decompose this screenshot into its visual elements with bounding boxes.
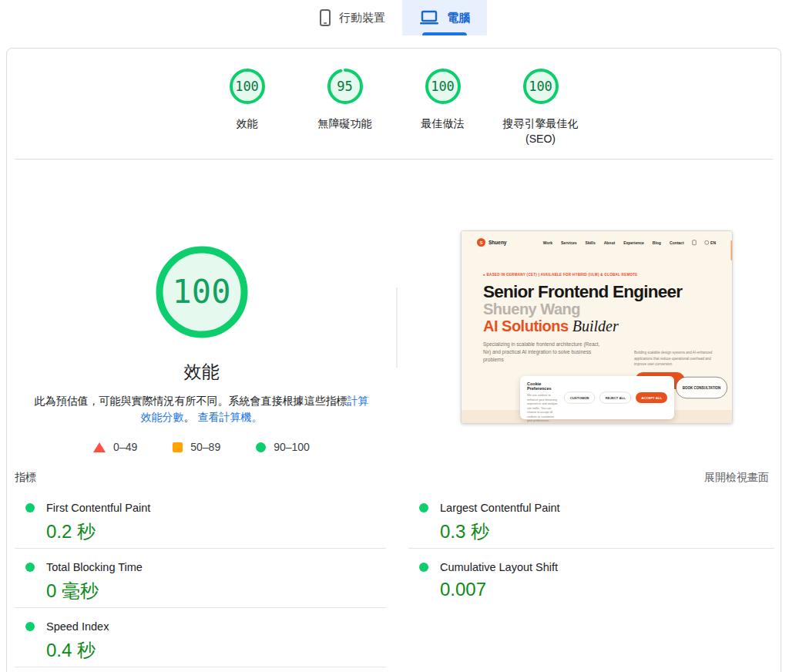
thumb-navbar: S Shueny Work Services Skills About Expe…: [477, 238, 716, 247]
thumb-brand: Shueny: [489, 240, 506, 246]
legend-pass: 90–100: [256, 441, 310, 453]
tab-mobile-label: 行動裝置: [339, 11, 385, 25]
metric-name: Speed Index: [46, 620, 109, 633]
tab-mobile[interactable]: 行動裝置: [302, 0, 402, 35]
gauge-ring: 100: [228, 67, 267, 106]
tab-desktop-label: 電腦: [447, 11, 470, 25]
performance-big-gauge: 100: [153, 244, 250, 341]
pass-dot-icon: [25, 622, 35, 631]
thumb-scrollbar: [731, 240, 734, 260]
thumb-headline: Senior Frontend Engineer Shueny Wang AI …: [483, 282, 682, 334]
metric-row-fcp: First Contentful Paint 0.2 秒: [15, 489, 386, 549]
performance-title: 效能: [7, 360, 396, 384]
category-label: 最佳做法: [421, 116, 465, 131]
category-label: 搜尋引擎最佳化 (SEO): [503, 116, 579, 146]
site-screenshot-thumbnail: S Shueny Work Services Skills About Expe…: [461, 230, 733, 424]
thumb-nav-links: Work Services Skills About Experience Bl…: [543, 240, 716, 245]
gauge-seo[interactable]: 100 搜尋引擎最佳化 (SEO): [492, 67, 589, 146]
category-label: 無障礙功能: [318, 116, 372, 131]
thumb-availability: ● BASED IN GERMANY (CET) | AVAILABLE FOR…: [483, 273, 638, 277]
metric-row-lcp: Largest Contentful Paint 0.3 秒: [408, 489, 774, 549]
metric-row-tbt: Total Blocking Time 0 毫秒: [15, 549, 386, 608]
thumb-logo: S: [477, 238, 485, 247]
laptop-icon: [419, 9, 439, 26]
pass-dot-icon: [25, 563, 35, 572]
pass-dot-icon: [419, 503, 428, 512]
score-value: 100: [424, 67, 462, 106]
performance-summary: 100 效能 此為預估值，可能與實際情況有所不同。系統會直接根據這些指標計算效能…: [7, 159, 396, 453]
pagespeed-report: 行動裝置 電腦 100: [0, 0, 789, 672]
legend-fail: 0–49: [93, 441, 137, 453]
thumb-globe-icon: [705, 240, 710, 245]
thumb-book-consultation: BOOK CONSULTATION: [676, 377, 727, 398]
thumb-cookie-dialog: Cookie Preferences We use cookies to enh…: [520, 376, 674, 419]
metric-value: 0.007: [440, 579, 774, 600]
metric-name: First Contentful Paint: [46, 502, 150, 514]
metric-value: 0.2 秒: [46, 519, 386, 544]
thumb-doc-icon: [693, 240, 697, 245]
device-tabbar: 行動裝置 電腦: [0, 0, 789, 35]
cookie-title: Cookie Preferences: [527, 381, 559, 391]
gauge-accessibility[interactable]: 95 無障礙功能: [296, 67, 394, 146]
metric-row-speed-index: Speed Index 0.4 秒: [15, 608, 386, 667]
thumb-intro-right: Building scalable design systems and AI-…: [634, 350, 717, 368]
metric-name: Largest Contentful Paint: [440, 502, 560, 514]
site-screenshot-content: S Shueny Work Services Skills About Expe…: [462, 231, 733, 424]
metric-row-cls: Cumulative Layout Shift 0.007: [408, 549, 774, 608]
metric-value: 0.4 秒: [46, 638, 386, 663]
view-calculator-link[interactable]: 查看計算機。: [197, 411, 262, 423]
score-value: 100: [522, 67, 560, 106]
gauge-ring: 95: [326, 67, 364, 106]
legend-range: 90–100: [274, 441, 310, 453]
thumb-lang: EN: [705, 240, 716, 245]
score-legend: 0–49 50–89 90–100: [7, 441, 396, 453]
cookie-reject-button: REJECT ALL: [599, 392, 631, 404]
score-value: 100: [228, 67, 267, 106]
metrics-column-right: Largest Contentful Paint 0.3 秒 Cumulativ…: [408, 489, 774, 608]
metrics-column-left: First Contentful Paint 0.2 秒 Total Block…: [15, 489, 386, 667]
gauge-ring: 100: [522, 67, 560, 106]
score-value: 95: [326, 67, 364, 106]
category-gauges: 100 效能 95 無障礙功能: [7, 67, 781, 146]
metric-name: Cumulative Layout Shift: [440, 561, 558, 573]
report-card: 100 效能 95 無障礙功能: [6, 48, 781, 672]
thumb-intro-left: Specializing in scalable frontend archit…: [483, 341, 601, 364]
cookie-accept-button: ACCEPT ALL: [636, 392, 667, 403]
phone-icon: [319, 8, 331, 27]
performance-description: 此為預估值，可能與實際情況有所不同。系統會直接根據這些指標計算效能分數。 查看計…: [34, 393, 370, 425]
legend-range: 0–49: [113, 441, 137, 453]
vertical-divider: [396, 287, 398, 368]
pass-dot-icon: [419, 563, 428, 572]
performance-score-value: 100: [153, 244, 250, 341]
expand-view-link[interactable]: 展開檢視畫面: [704, 471, 769, 485]
gauge-ring: 100: [424, 67, 462, 106]
metric-value: 0 毫秒: [46, 579, 386, 603]
gauge-best-practices[interactable]: 100 最佳做法: [394, 67, 492, 146]
legend-range: 50–89: [190, 441, 220, 453]
cookie-customize-button: CUSTOMIZE: [564, 392, 595, 404]
pass-dot-icon: [25, 503, 35, 512]
legend-average: 50–89: [173, 441, 220, 453]
fail-triangle-icon: [93, 442, 106, 452]
metric-name: Total Blocking Time: [46, 561, 143, 573]
metrics-title: 指標: [15, 471, 36, 485]
cookie-body: We use cookies to enhance your browsing …: [527, 393, 559, 423]
description-text: 此為預估值，可能與實際情況有所不同。系統會直接根據這些指標: [35, 395, 347, 407]
category-label: 效能: [237, 116, 258, 131]
tab-desktop[interactable]: 電腦: [402, 0, 487, 35]
metric-value: 0.3 秒: [440, 519, 774, 544]
average-square-icon: [173, 442, 183, 452]
gauge-performance[interactable]: 100 效能: [198, 67, 296, 146]
pass-circle-icon: [256, 442, 266, 452]
tab-active-underline: [422, 32, 467, 35]
